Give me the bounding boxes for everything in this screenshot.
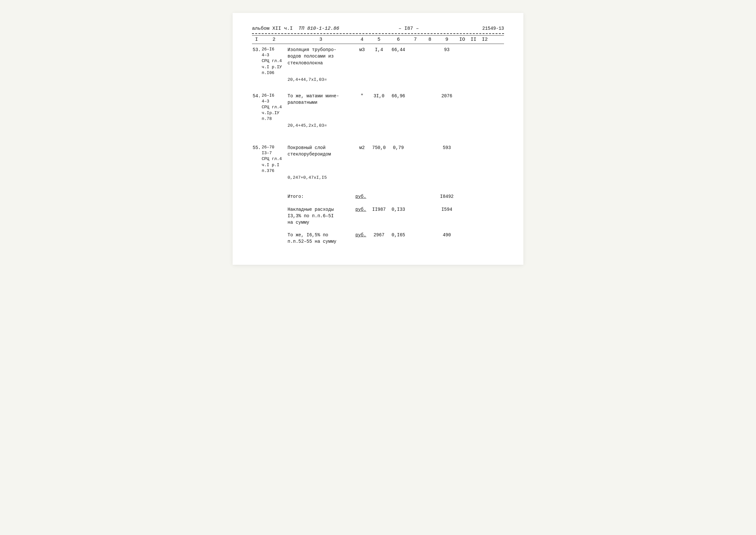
itogo-col5 [369, 193, 389, 194]
nakl2-col12 [479, 231, 490, 233]
table-row-53: 53. 26–I6 4–3 СРЦ гл.4 ч.I р.IУ п.I06 Из… [252, 46, 504, 83]
row-53-desc: Изоляция трубопро- водов полосами из сте… [287, 46, 355, 67]
row-54-col4: " [355, 92, 369, 100]
nakl1-col12 [479, 206, 490, 207]
itogo-col9: I8492 [437, 193, 456, 200]
header-left: альбом XII ч.I ТП 810-1-12.86 [252, 26, 339, 31]
row-53-col7 [408, 46, 422, 47]
row-54-formula-row: 20,4+45,2хI,03= [252, 123, 504, 129]
row-53-col11 [468, 46, 479, 47]
row-54-col11 [468, 92, 479, 94]
col-header-7: 7 [408, 37, 422, 42]
itogo-col8 [422, 193, 437, 194]
itogo-col1 [252, 193, 261, 194]
row-53-num: 53. [252, 46, 261, 54]
itogo-col12 [479, 193, 490, 194]
nakl1-col6: 0,I33 [389, 206, 408, 213]
row-55-num: 55. [252, 144, 261, 152]
row-55-col6: 0,79 [389, 144, 408, 152]
nakl1-col7 [408, 206, 422, 207]
itogo-row: Итого: руб. I8492 [252, 193, 504, 200]
row-54-code: 26–I6 4–3 СРЦ гл.4 ч.Iр.IУ п.78 [261, 92, 287, 123]
col-header-12: I2 [479, 37, 490, 42]
row-53-col12 [479, 46, 490, 47]
gap-54-55 [252, 132, 504, 138]
row-54-col12 [479, 92, 490, 94]
row-55-col5: 750,0 [369, 144, 389, 152]
nakl1-col2 [261, 206, 287, 207]
nakl2-col8 [422, 231, 437, 233]
nakl1-col4: руб. [355, 206, 369, 213]
doc-num: 21549-13 [465, 26, 504, 31]
nakl2-desc: То же, I6,5% по п.п.52–55 на сумму [287, 231, 355, 246]
nakl2-col7 [408, 231, 422, 233]
row-54-desc: То же, матами мине- раловатными [287, 92, 355, 107]
nakl2-row: То же, I6,5% по п.п.52–55 на сумму руб. … [252, 231, 504, 246]
gap-55-itogo [252, 184, 504, 190]
row-53-col4: мЗ [355, 46, 369, 54]
nakl2-col4: руб. [355, 231, 369, 239]
row-53-code: 26–I6 4–3 СРЦ гл.4 ч.I р.IУ п.I06 [261, 46, 287, 77]
row-53-col8 [422, 46, 437, 47]
row-53-main: 53. 26–I6 4–3 СРЦ гл.4 ч.I р.IУ п.I06 Из… [252, 46, 504, 77]
nakl2-col10 [456, 231, 468, 233]
row-54-num: 54. [252, 92, 261, 100]
row-54-col6: 66,96 [389, 92, 408, 100]
row-55-col4: м2 [355, 144, 369, 152]
row-53-col5: I,4 [369, 46, 389, 54]
nakl1-col5: II987 [369, 206, 389, 213]
nakl1-col8 [422, 206, 437, 207]
row-55-main: 55. 26–70 I3–7 СРЦ гл.4 ч.I р.I п.376 По… [252, 144, 504, 175]
col-header-2: 2 [261, 37, 287, 42]
row-55-formula-row: 0,247+0,47хI,I5 [252, 175, 504, 181]
row-55-col9: 593 [437, 144, 456, 152]
col-header-11: II [468, 37, 479, 42]
col-header-3: 3 [287, 37, 355, 42]
gap-nakl1-nakl2 [252, 227, 504, 229]
nakl2-col5: 2967 [369, 231, 389, 239]
row-55-col7 [408, 144, 422, 145]
row-55-desc: Покровный слой стеклорубероидом [287, 144, 355, 158]
itogo-col6 [389, 193, 408, 194]
itogo-col10 [456, 193, 468, 194]
header-row: альбом XII ч.I ТП 810-1-12.86 – I87 – 21… [252, 26, 504, 31]
row-54-main: 54. 26–I6 4–3 СРЦ гл.4 ч.Iр.IУ п.78 То ж… [252, 92, 504, 123]
nakl2-col6: 0,I65 [389, 231, 408, 239]
col-header-6: 6 [389, 37, 408, 42]
row-55-code: 26–70 I3–7 СРЦ гл.4 ч.I р.I п.376 [261, 144, 287, 175]
gap-53-54 [252, 86, 504, 92]
row-54-col5: 3I,0 [369, 92, 389, 100]
nakl1-col10 [456, 206, 468, 207]
nakl2-col2 [261, 231, 287, 233]
col-header-9: 9 [437, 37, 456, 42]
nakl2-col1 [252, 231, 261, 233]
gap-54-55b [252, 138, 504, 144]
nakl1-col11 [468, 206, 479, 207]
row-53-formula: 20,4+44,7хI,03= [287, 77, 355, 83]
itogo-col11 [468, 193, 479, 194]
row-55-col12 [479, 144, 490, 145]
column-headers: I 2 3 4 5 6 7 8 9 IO II I2 [252, 35, 504, 44]
row-54-col10 [456, 92, 468, 94]
col-header-1: I [252, 37, 261, 42]
row-55-col10 [456, 144, 468, 145]
page: альбом XII ч.I ТП 810-1-12.86 – I87 – 21… [232, 13, 524, 265]
row-53-formula-row: 20,4+44,7хI,03= [252, 77, 504, 83]
album-label: альбом XII ч.I [252, 26, 293, 31]
row-55-col11 [468, 144, 479, 145]
col-header-8: 8 [422, 37, 437, 42]
table-row-55: 55. 26–70 I3–7 СРЦ гл.4 ч.I р.I п.376 По… [252, 144, 504, 181]
itogo-col2 [261, 193, 287, 194]
col-header-10: IO [456, 37, 468, 42]
nakl2-col11 [468, 231, 479, 233]
tp-label: ТП 810-1-12.86 [299, 26, 339, 31]
row-54-formula: 20,4+45,2хI,03= [287, 123, 355, 129]
row-55-col8 [422, 144, 437, 145]
nakl1-col9: I594 [437, 206, 456, 213]
nakl1-desc: Накладные расходы I3,3% по п.п.6–5I на с… [287, 206, 355, 227]
row-54-col7 [408, 92, 422, 94]
row-54-col9: 2076 [437, 92, 456, 100]
itogo-col4: руб. [355, 193, 369, 200]
itogo-col7 [408, 193, 422, 194]
itogo-label: Итого: [287, 193, 355, 200]
